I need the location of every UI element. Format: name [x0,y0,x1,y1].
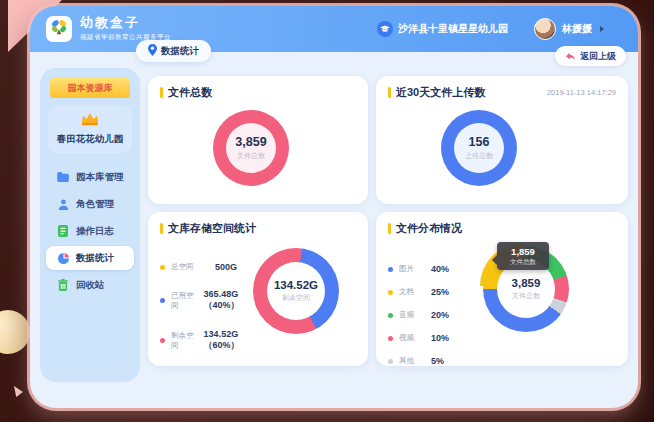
brand-text: 幼教盒子 福建省学前教育公共服务平台 [80,16,171,41]
storage-remaining-label: 剩余空间 [282,293,310,303]
school-selector[interactable]: 沙洋县十里镇星星幼儿园 [377,21,508,37]
sidebar-item-statistics[interactable]: 数据统计 [46,246,134,270]
sidebar-school-name: 春田花花幼儿园 [48,133,132,146]
legend-dot [388,359,393,364]
card-distribution: 文件分布情况 图片 40% 文档 25% 音频 [376,212,628,366]
title-marker [160,223,163,234]
legend-row: 文档 25% [388,287,483,297]
sidebar-item-roles[interactable]: 角色管理 [46,192,134,216]
pie-chart-icon [57,253,69,264]
legend-dot [160,338,165,343]
user-menu[interactable]: 林媛媛 [534,18,604,40]
legend-dot [160,265,165,270]
card-total-files: 文件总数 3,859 文件总数 [148,76,368,204]
sidebar-menu: 园本库管理 角色管理 [40,165,140,297]
legend-dot [160,298,165,303]
cards-grid: 文件总数 3,859 文件总数 近30天文件上传数 2019-11-13 14:… [148,76,628,366]
title-marker [388,87,391,98]
folder-icon [57,172,69,182]
sidebar-item-label: 回收站 [76,279,105,292]
distribution-legend: 图片 40% 文档 25% 音频 20% 视频 [388,234,483,366]
card-storage: 文库存储空间统计 总空间 500G 已用空间 365.48G（40%） [148,212,368,366]
uploads-label: 上传总数 [465,151,493,161]
sidebar-item-label: 数据统计 [76,252,114,265]
sidebar-item-recycle[interactable]: 回收站 [46,273,134,297]
app-title: 幼教盒子 [80,16,171,30]
legend-dot [388,336,393,341]
back-arrow-icon [565,47,576,65]
tab-data-statistics[interactable]: 数据统计 [136,40,211,62]
total-files-label: 文件总数 [237,151,265,161]
donut-distribution: 3,859 文件总数 1,859 文件总数 [483,246,569,332]
donut-total-files: 3,859 文件总数 [213,110,289,186]
legend-row: 视频 10% [388,333,483,343]
legend-row: 其他 5% [388,356,483,366]
sidebar: 园本资源库 春田花花幼儿园 园本库管理 [40,68,140,382]
sidebar-item-label: 园本库管理 [76,171,124,184]
storage-remaining-value: 134.52G [274,279,318,291]
card-recent-uploads: 近30天文件上传数 2019-11-13 14:17:29 156 上传总数 [376,76,628,204]
legend-dot [388,267,393,272]
distribution-total-label: 文件总数 [512,291,540,301]
chevron-right-icon [600,26,604,32]
back-label: 返回上级 [580,50,616,63]
legend-row: 图片 40% [388,264,483,274]
storage-legend: 总空间 500G 已用空间 365.48G（40%） 剩余空间 134.52G（… [160,234,253,352]
back-button[interactable]: 返回上级 [555,46,626,66]
sidebar-item-library[interactable]: 园本库管理 [46,165,134,189]
log-doc-icon [57,225,69,237]
app-logo [46,16,72,42]
legend-row: 剩余空间 134.52G（60%） [160,329,253,352]
trash-icon [57,279,69,291]
location-pin-icon [148,42,157,60]
tab-label: 数据统计 [161,45,199,58]
legend-row: 总空间 500G [160,262,253,272]
pinwheel-logo-icon [50,18,68,40]
card-title: 文件总数 [168,85,212,100]
legend-dot [388,313,393,318]
decor-cream-ball [0,310,30,354]
sidebar-badge: 园本资源库 [50,78,130,98]
distribution-total-value: 3,859 [512,277,541,289]
sidebar-item-logs[interactable]: 操作日志 [46,219,134,243]
total-files-value: 3,859 [235,135,266,149]
person-icon [57,199,69,210]
legend-dot [388,290,393,295]
user-name: 林媛媛 [562,22,592,36]
app-header: 幼教盒子 福建省学前教育公共服务平台 沙洋县十里镇星星幼儿园 林媛媛 [30,6,638,52]
card-title: 近30天文件上传数 [396,85,485,100]
sidebar-item-label: 角色管理 [76,198,114,211]
sidebar-item-label: 操作日志 [76,225,114,238]
donut-storage: 134.52G 剩余空间 [253,248,339,334]
graduation-cap-icon [377,21,393,37]
header-right: 沙洋县十里镇星星幼儿园 林媛媛 [377,18,604,40]
title-marker [388,223,391,234]
title-marker [160,87,163,98]
app-window: 幼教盒子 福建省学前教育公共服务平台 沙洋县十里镇星星幼儿园 林媛媛 [30,6,638,408]
legend-row: 音频 20% [388,310,483,320]
crown-icon [48,112,132,130]
timestamp: 2019-11-13 14:17:29 [547,88,616,97]
user-avatar [534,18,556,40]
donut-recent-uploads: 156 上传总数 [441,110,517,186]
uploads-value: 156 [469,135,490,149]
chart-tooltip: 1,859 文件总数 [497,242,549,270]
legend-row: 已用空间 365.48G（40%） [160,289,253,312]
sidebar-school-block: 春田花花幼儿园 [48,106,132,153]
decor-pink-speck [14,386,23,397]
school-name: 沙洋县十里镇星星幼儿园 [398,22,508,36]
